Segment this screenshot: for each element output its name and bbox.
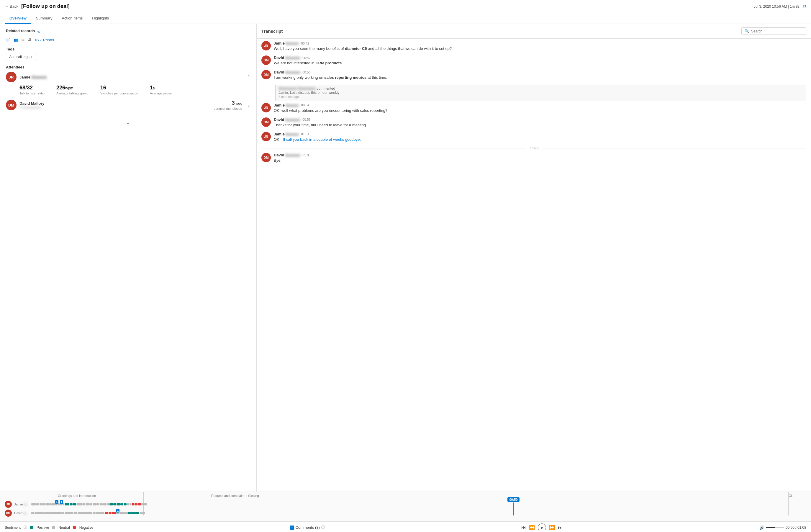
track-seg-red [105,512,108,514]
transcript-body-0058: David Xxxxxxxx 00:58 Thanks for your tim… [274,118,806,128]
david-badge-container: 1 [116,512,119,514]
skip-to-end-button[interactable]: ⏭ [558,525,563,530]
left-panel: Related records ✎ 📄 👥 ⚙ 🖶 XYZ Printer Ta… [0,24,257,491]
doc-icon[interactable]: 📄 [6,38,11,42]
tags-label: Tags [6,47,250,51]
transcript-time-0050: 00:50 [302,71,311,74]
transcript-entry-0042: JR Jamie Xxxxxxx 00:42 Well, have you se… [261,41,806,51]
timeline-section: Greetings and introduction Request and c… [0,492,811,521]
skip-to-start-button[interactable]: ⏮ [521,525,526,530]
track-seg [77,503,82,505]
tab-highlights[interactable]: Highlights [87,13,113,24]
attendee-david-name: David Mallory [19,101,45,106]
track-seg [129,503,131,505]
avatar-david: DM [6,100,16,110]
comment-block: Xxxxxxxxx Xxxxxxxxx commented Jamie, Let… [275,85,806,101]
track-seg [120,512,123,514]
track-seg-red [135,503,137,505]
fast-forward-button[interactable]: ⏩ [549,525,555,530]
settings-icon[interactable]: ⚙ [21,38,25,42]
track-seg [102,512,104,514]
page-title: [Follow up on deal] [21,3,70,10]
right-panel: Transcript 🔍 JR Jamie Xxxxxxx 00:42 [257,24,811,491]
switches-label: Switches per conversation [100,91,138,95]
positive-dot [30,526,33,529]
play-button[interactable]: ▶ [538,523,546,530]
transcript-avatar-dm-1: DM [261,56,271,66]
track-seg-teal [121,503,123,505]
track-seg-teal [70,503,73,505]
transcript-list: JR Jamie Xxxxxxx 00:42 Well, have you se… [257,39,811,491]
attendee-david-info: DM David Mallory +1 Xxxxxxxxxx [6,100,45,110]
call-back-link[interactable]: I'll call you back in a couple of weeks … [281,137,361,142]
transcript-body-0105: David Xxxxxxxx 01:05 Bye. [274,153,806,163]
closing-divider: Closing [261,146,806,150]
volume-icon[interactable]: 🔊 [759,525,764,530]
track-seg-teal [113,503,116,505]
copy-icon[interactable]: ⧉ [803,4,806,9]
talk-ratio-value: 68/32 [19,85,45,91]
transcript-entry-0050: DM David Xxxxxxxx 00:50 I am working onl… [261,70,806,80]
track-seg-teal [117,503,121,505]
top-bar-left: ← Back [Follow up on deal] [5,3,70,10]
attendees-label: Attendees [6,65,250,69]
edit-icon[interactable]: ✎ [37,30,41,34]
track-seg [78,512,92,514]
timeline-track-david[interactable]: 1 [31,511,806,516]
search-input[interactable] [751,29,803,33]
timeline-track-jamie[interactable]: 1 1 [31,502,806,507]
monologue-label: Longest monologue [214,107,242,110]
timeline-label-cl: Cl... [789,494,795,498]
back-arrow-icon: ← [5,4,9,9]
timeline-cursor-label: 00:50 [507,497,519,502]
comments-check[interactable]: ✓ Comments (3) ⓘ [290,525,325,530]
attendee-david: DM David Mallory +1 Xxxxxxxxxx 3 sec Lon… [6,100,250,110]
timeline-avatar-david: DM [5,510,12,517]
track-seg-red [137,503,141,505]
tags-section: Tags Add call tags + [6,47,250,60]
transcript-entry-0054: JR Jamie Xxxxxxx 00:54 OK, well what pro… [261,103,806,113]
track-seg [93,503,97,505]
transcript-meta-0058: David Xxxxxxxx 00:58 [274,118,806,122]
transcript-name-david-3: David Xxxxxxxx [274,118,300,122]
pause-value: 1s [150,85,172,91]
comments-label: Comments (3) [296,525,320,530]
top-bar: ← Back [Follow up on deal] Jul 3, 2020 1… [0,0,811,13]
record-name[interactable]: XYZ Printer [34,38,54,42]
transcript-meta-0105: David Xxxxxxxx 01:05 [274,153,806,157]
tab-action-items[interactable]: Action items [57,13,87,24]
printer-icon[interactable]: 🖶 [28,38,32,42]
track-seg [40,503,42,505]
track-seg [144,503,147,505]
transcript-body-0050: David Xxxxxxxx 00:50 I am working only w… [274,70,806,80]
rewind-button[interactable]: ⏪ [529,525,535,530]
track-seg [31,503,36,505]
collapse-panel-icon[interactable]: ⌄ [126,119,131,126]
track-seg [34,512,37,514]
transcript-entry-0105: DM David Xxxxxxxx 01:05 Bye. [261,153,806,163]
track-seg [45,503,49,505]
contact-icon[interactable]: 👥 [14,38,18,42]
switches-stat: 16 Switches per conversation [100,85,138,95]
tab-overview[interactable]: Overview [5,13,31,24]
transcript-body-0042: Jamie Xxxxxxx 00:42 Well, have you seen … [274,41,806,51]
chevron-down-icon[interactable]: ⌄ [247,103,250,107]
add-tag-button[interactable]: Add call tags + [6,54,36,60]
search-box[interactable]: 🔍 [741,28,806,35]
negative-label: Negative [79,526,93,530]
back-button[interactable]: ← Back [5,4,18,9]
timeline-cursor-container: 00:50 [507,497,519,516]
track-seg [49,512,61,514]
closing-label: Closing [529,146,539,150]
transcript-avatar-dm-3: DM [261,118,271,128]
track-seg [43,512,46,514]
track-seg [123,512,126,514]
comments-checkbox[interactable]: ✓ [290,526,294,530]
track-seg [37,512,43,514]
chevron-up-icon[interactable]: ⌃ [247,75,250,79]
tab-summary[interactable]: Summary [31,13,57,24]
negative-dot [73,526,76,529]
timeline-row-david: DM David Xx [5,510,806,517]
transcript-meta-0047: David Xxxxxxxx 00:47 [274,56,806,60]
volume-slider[interactable] [766,527,784,528]
